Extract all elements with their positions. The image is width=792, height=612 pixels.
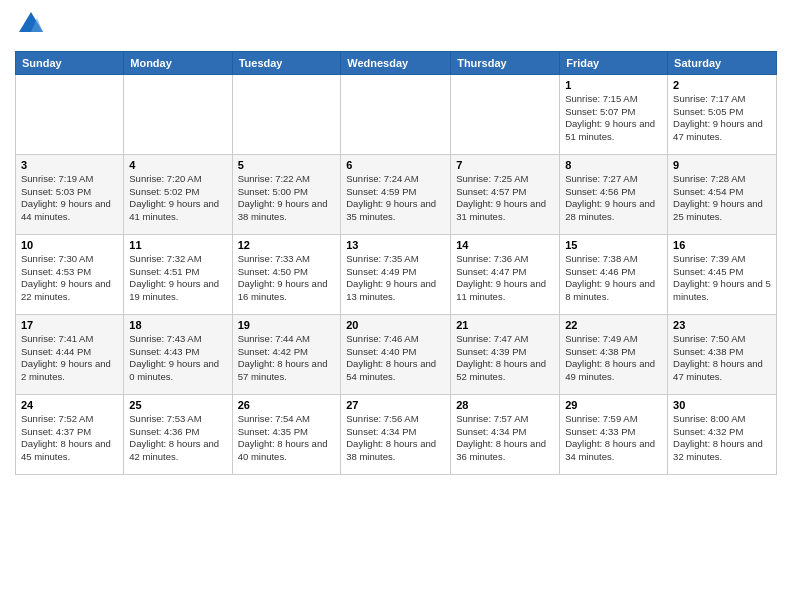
day-info: Sunrise: 7:59 AM Sunset: 4:33 PM Dayligh… [565,413,662,464]
calendar-day-cell: 28Sunrise: 7:57 AM Sunset: 4:34 PM Dayli… [451,394,560,474]
day-info: Sunrise: 7:27 AM Sunset: 4:56 PM Dayligh… [565,173,662,224]
calendar-day-cell: 11Sunrise: 7:32 AM Sunset: 4:51 PM Dayli… [124,234,232,314]
day-number: 18 [129,319,226,331]
calendar-table: SundayMondayTuesdayWednesdayThursdayFrid… [15,51,777,475]
calendar-day-cell: 16Sunrise: 7:39 AM Sunset: 4:45 PM Dayli… [668,234,777,314]
calendar-day-cell: 4Sunrise: 7:20 AM Sunset: 5:02 PM Daylig… [124,154,232,234]
day-number: 4 [129,159,226,171]
calendar-day-cell: 22Sunrise: 7:49 AM Sunset: 4:38 PM Dayli… [560,314,668,394]
calendar-day-cell: 13Sunrise: 7:35 AM Sunset: 4:49 PM Dayli… [341,234,451,314]
calendar-day-cell: 3Sunrise: 7:19 AM Sunset: 5:03 PM Daylig… [16,154,124,234]
day-number: 9 [673,159,771,171]
day-number: 10 [21,239,118,251]
day-number: 20 [346,319,445,331]
day-number: 8 [565,159,662,171]
day-info: Sunrise: 7:22 AM Sunset: 5:00 PM Dayligh… [238,173,336,224]
day-number: 23 [673,319,771,331]
calendar-day-cell: 20Sunrise: 7:46 AM Sunset: 4:40 PM Dayli… [341,314,451,394]
day-info: Sunrise: 7:35 AM Sunset: 4:49 PM Dayligh… [346,253,445,304]
calendar-day-cell: 24Sunrise: 7:52 AM Sunset: 4:37 PM Dayli… [16,394,124,474]
day-info: Sunrise: 7:53 AM Sunset: 4:36 PM Dayligh… [129,413,226,464]
day-info: Sunrise: 7:33 AM Sunset: 4:50 PM Dayligh… [238,253,336,304]
calendar-header-cell: Thursday [451,51,560,74]
day-number: 7 [456,159,554,171]
day-info: Sunrise: 7:52 AM Sunset: 4:37 PM Dayligh… [21,413,118,464]
calendar-day-cell [124,74,232,154]
day-info: Sunrise: 7:41 AM Sunset: 4:44 PM Dayligh… [21,333,118,384]
day-info: Sunrise: 7:19 AM Sunset: 5:03 PM Dayligh… [21,173,118,224]
day-number: 25 [129,399,226,411]
day-info: Sunrise: 7:36 AM Sunset: 4:47 PM Dayligh… [456,253,554,304]
day-number: 6 [346,159,445,171]
calendar-day-cell: 15Sunrise: 7:38 AM Sunset: 4:46 PM Dayli… [560,234,668,314]
calendar-day-cell: 30Sunrise: 8:00 AM Sunset: 4:32 PM Dayli… [668,394,777,474]
calendar-day-cell: 27Sunrise: 7:56 AM Sunset: 4:34 PM Dayli… [341,394,451,474]
day-number: 19 [238,319,336,331]
day-number: 26 [238,399,336,411]
calendar-day-cell: 9Sunrise: 7:28 AM Sunset: 4:54 PM Daylig… [668,154,777,234]
calendar-day-cell: 6Sunrise: 7:24 AM Sunset: 4:59 PM Daylig… [341,154,451,234]
day-number: 11 [129,239,226,251]
day-number: 1 [565,79,662,91]
day-info: Sunrise: 8:00 AM Sunset: 4:32 PM Dayligh… [673,413,771,464]
day-info: Sunrise: 7:25 AM Sunset: 4:57 PM Dayligh… [456,173,554,224]
calendar-week-row: 3Sunrise: 7:19 AM Sunset: 5:03 PM Daylig… [16,154,777,234]
day-number: 28 [456,399,554,411]
calendar-header-cell: Tuesday [232,51,341,74]
day-info: Sunrise: 7:46 AM Sunset: 4:40 PM Dayligh… [346,333,445,384]
day-number: 22 [565,319,662,331]
calendar-day-cell: 23Sunrise: 7:50 AM Sunset: 4:38 PM Dayli… [668,314,777,394]
calendar-week-row: 17Sunrise: 7:41 AM Sunset: 4:44 PM Dayli… [16,314,777,394]
day-info: Sunrise: 7:17 AM Sunset: 5:05 PM Dayligh… [673,93,771,144]
day-info: Sunrise: 7:20 AM Sunset: 5:02 PM Dayligh… [129,173,226,224]
calendar-header-row: SundayMondayTuesdayWednesdayThursdayFrid… [16,51,777,74]
day-number: 30 [673,399,771,411]
calendar-header-cell: Wednesday [341,51,451,74]
calendar-day-cell: 21Sunrise: 7:47 AM Sunset: 4:39 PM Dayli… [451,314,560,394]
day-info: Sunrise: 7:32 AM Sunset: 4:51 PM Dayligh… [129,253,226,304]
day-info: Sunrise: 7:54 AM Sunset: 4:35 PM Dayligh… [238,413,336,464]
day-info: Sunrise: 7:50 AM Sunset: 4:38 PM Dayligh… [673,333,771,384]
calendar-day-cell: 29Sunrise: 7:59 AM Sunset: 4:33 PM Dayli… [560,394,668,474]
calendar-header-cell: Saturday [668,51,777,74]
calendar-day-cell [16,74,124,154]
calendar-day-cell: 2Sunrise: 7:17 AM Sunset: 5:05 PM Daylig… [668,74,777,154]
calendar-day-cell: 25Sunrise: 7:53 AM Sunset: 4:36 PM Dayli… [124,394,232,474]
day-number: 3 [21,159,118,171]
calendar-day-cell: 10Sunrise: 7:30 AM Sunset: 4:53 PM Dayli… [16,234,124,314]
calendar-header-cell: Sunday [16,51,124,74]
calendar-day-cell [232,74,341,154]
day-number: 21 [456,319,554,331]
day-info: Sunrise: 7:47 AM Sunset: 4:39 PM Dayligh… [456,333,554,384]
day-info: Sunrise: 7:28 AM Sunset: 4:54 PM Dayligh… [673,173,771,224]
day-info: Sunrise: 7:43 AM Sunset: 4:43 PM Dayligh… [129,333,226,384]
calendar-day-cell [451,74,560,154]
logo-icon [17,10,45,38]
calendar-header-cell: Monday [124,51,232,74]
calendar-header-cell: Friday [560,51,668,74]
calendar-week-row: 24Sunrise: 7:52 AM Sunset: 4:37 PM Dayli… [16,394,777,474]
day-number: 14 [456,239,554,251]
day-info: Sunrise: 7:24 AM Sunset: 4:59 PM Dayligh… [346,173,445,224]
day-info: Sunrise: 7:15 AM Sunset: 5:07 PM Dayligh… [565,93,662,144]
day-info: Sunrise: 7:44 AM Sunset: 4:42 PM Dayligh… [238,333,336,384]
calendar-day-cell: 26Sunrise: 7:54 AM Sunset: 4:35 PM Dayli… [232,394,341,474]
calendar-day-cell: 14Sunrise: 7:36 AM Sunset: 4:47 PM Dayli… [451,234,560,314]
day-info: Sunrise: 7:56 AM Sunset: 4:34 PM Dayligh… [346,413,445,464]
calendar-day-cell [341,74,451,154]
day-number: 13 [346,239,445,251]
day-info: Sunrise: 7:57 AM Sunset: 4:34 PM Dayligh… [456,413,554,464]
calendar-day-cell: 8Sunrise: 7:27 AM Sunset: 4:56 PM Daylig… [560,154,668,234]
logo [15,10,45,43]
calendar-day-cell: 7Sunrise: 7:25 AM Sunset: 4:57 PM Daylig… [451,154,560,234]
day-number: 15 [565,239,662,251]
day-info: Sunrise: 7:39 AM Sunset: 4:45 PM Dayligh… [673,253,771,304]
calendar-day-cell: 1Sunrise: 7:15 AM Sunset: 5:07 PM Daylig… [560,74,668,154]
calendar-day-cell: 19Sunrise: 7:44 AM Sunset: 4:42 PM Dayli… [232,314,341,394]
header [15,10,777,43]
day-number: 29 [565,399,662,411]
day-number: 12 [238,239,336,251]
day-number: 5 [238,159,336,171]
day-number: 24 [21,399,118,411]
calendar-day-cell: 5Sunrise: 7:22 AM Sunset: 5:00 PM Daylig… [232,154,341,234]
